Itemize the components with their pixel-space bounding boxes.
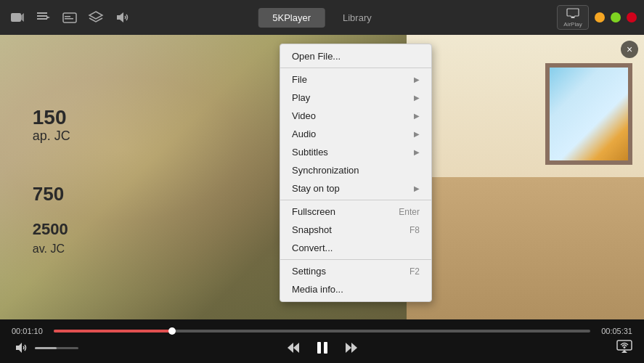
shortcut-settings: F2: [409, 266, 420, 277]
controls-center: [286, 336, 359, 359]
svg-marker-9: [89, 12, 102, 19]
shortcut-snapshot: F8: [409, 225, 420, 235]
maximize-button[interactable]: [611, 12, 621, 23]
menu-item-video[interactable]: Video ▶: [280, 107, 431, 125]
map-number-150: 150: [33, 106, 67, 129]
airplay-control-icon[interactable]: [616, 340, 632, 356]
shortcut-fullscreen: Enter: [399, 207, 420, 217]
context-menu: Open File... File ▶ Play ▶ Video ▶ Audio…: [280, 44, 432, 302]
svg-marker-18: [351, 343, 357, 353]
menu-item-fullscreen[interactable]: Fullscreen Enter: [280, 203, 431, 221]
controls-right: [616, 340, 632, 356]
minimize-button[interactable]: [595, 12, 605, 23]
menu-item-audio[interactable]: Audio ▶: [280, 125, 431, 143]
volume-fill: [35, 347, 57, 349]
menu-item-play[interactable]: Play ▶: [280, 89, 431, 107]
menu-separator-3: [280, 259, 431, 260]
map-text-av: av. JC: [33, 242, 65, 256]
svg-marker-10: [117, 12, 123, 23]
svg-rect-16: [324, 342, 327, 354]
progress-fill: [54, 330, 172, 333]
subtitle-icon[interactable]: [60, 7, 80, 28]
menu-item-snapshot[interactable]: Snapshot F8: [280, 221, 431, 239]
fast-forward-button[interactable]: [344, 341, 359, 354]
controls-bar: 00:01:10 00:05:31: [0, 319, 644, 363]
tab-library[interactable]: Library: [328, 8, 386, 28]
submenu-arrow-subtitles: ▶: [414, 148, 420, 156]
time-total: 00:05:31: [596, 327, 632, 335]
room-floor: [407, 177, 644, 319]
progress-track[interactable]: [54, 330, 590, 333]
video-close-button[interactable]: ×: [621, 41, 638, 58]
tab-group: 5KPlayer Library: [258, 8, 386, 28]
map-number-750: 750: [33, 183, 64, 205]
title-bar-right: AirPlay: [557, 5, 637, 30]
menu-item-convert[interactable]: Convert...: [280, 239, 431, 257]
progress-thumb: [168, 327, 176, 335]
svg-rect-7: [65, 16, 70, 17]
submenu-arrow-audio: ▶: [414, 130, 420, 138]
volume-icon[interactable]: [12, 340, 30, 355]
svg-marker-17: [346, 343, 351, 353]
buttons-row: [12, 340, 632, 356]
submenu-arrow-play: ▶: [414, 94, 420, 102]
volume-slider[interactable]: [35, 347, 78, 349]
svg-rect-6: [63, 13, 76, 23]
close-top-button[interactable]: [627, 12, 637, 23]
menu-item-media-info[interactable]: Media info...: [280, 280, 431, 298]
video-icon[interactable]: [7, 7, 28, 28]
svg-marker-13: [293, 343, 299, 353]
tab-5kplayer[interactable]: 5KPlayer: [258, 8, 325, 28]
controls-left: [12, 340, 78, 355]
svg-marker-12: [16, 343, 22, 353]
menu-item-synchronization[interactable]: Synchronization: [280, 161, 431, 179]
svg-point-21: [624, 346, 626, 348]
airplay-button[interactable]: AirPlay: [557, 5, 589, 30]
layers-icon[interactable]: [86, 7, 106, 28]
playlist-icon[interactable]: [33, 7, 54, 28]
menu-item-stay-on-top[interactable]: Stay on top ▶: [280, 179, 431, 197]
menu-separator-1: [280, 68, 431, 68]
rewind-button[interactable]: [286, 341, 301, 354]
airplay-label: AirPlay: [563, 21, 582, 28]
menu-item-open-file[interactable]: Open File...: [280, 47, 431, 65]
room-window: [545, 63, 632, 165]
pause-button[interactable]: [311, 336, 334, 359]
airplay-icon: [566, 8, 579, 20]
progress-row: 00:01:10 00:05:31: [12, 327, 632, 335]
map-text-apr: ap. JC: [33, 129, 70, 144]
title-bar: 5KPlayer Library AirPlay: [0, 0, 644, 35]
submenu-arrow-stay-on-top: ▶: [414, 184, 420, 192]
video-background-right: [407, 35, 644, 319]
map-number-2500: 2500: [33, 220, 68, 239]
time-current: 00:01:10: [12, 327, 48, 335]
svg-marker-5: [46, 16, 50, 19]
svg-marker-14: [288, 343, 293, 353]
menu-item-file[interactable]: File ▶: [280, 70, 431, 89]
audio-icon[interactable]: [112, 7, 132, 28]
menu-item-settings[interactable]: Settings F2: [280, 262, 431, 280]
submenu-arrow-video: ▶: [414, 112, 420, 120]
svg-rect-8: [65, 18, 73, 20]
title-bar-left: [7, 7, 132, 28]
svg-marker-1: [21, 13, 24, 22]
menu-separator-2: [280, 200, 431, 200]
svg-rect-4: [37, 18, 47, 20]
svg-rect-3: [37, 15, 47, 17]
video-right: ×: [407, 35, 644, 319]
svg-rect-15: [317, 342, 321, 354]
svg-rect-0: [11, 13, 21, 22]
svg-rect-2: [37, 12, 47, 14]
menu-item-subtitles[interactable]: Subtitles ▶: [280, 143, 431, 161]
submenu-arrow-file: ▶: [414, 76, 420, 83]
